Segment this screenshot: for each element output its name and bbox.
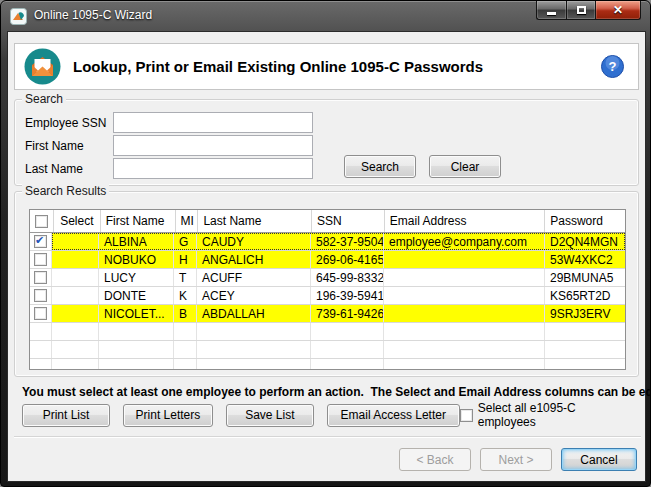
cell-select[interactable] [52, 269, 99, 286]
table-row[interactable]: NOBUKO H ANGALICH 269-06-4165 53W4XKC2 [30, 251, 625, 269]
table-row[interactable]: NICOLET... B ABDALLAH 739-61-9426 9SRJ3E… [30, 305, 625, 323]
results-table: Select First Name MI Last Name SSN Email… [29, 209, 626, 370]
table-row[interactable]: ALBINA G CAUDY 582-37-9504 employee@comp… [30, 233, 625, 251]
search-group: Search Employee SSN First Name Last Name… [14, 99, 639, 186]
employee-ssn-label: Employee SSN [25, 116, 106, 130]
select-all-label: Select all e1095-C employees [478, 401, 637, 429]
cell-email[interactable] [384, 269, 545, 286]
table-row[interactable]: LUCY T ACUFF 645-99-8332 29BMUNA5 [30, 269, 625, 287]
first-name-input[interactable] [113, 135, 313, 156]
cell-last-name: ABDALLAH [197, 305, 311, 322]
cell-email[interactable] [384, 287, 545, 304]
column-header-select[interactable]: Select [54, 210, 101, 232]
cell-select[interactable] [52, 251, 99, 268]
title-bar[interactable]: Online 1095-C Wizard ✕ [1, 1, 650, 31]
dialog-window: Online 1095-C Wizard ✕ Lookup, Print or … [0, 0, 651, 487]
cell-ssn: 739-61-9426 [311, 305, 384, 322]
row-checkbox[interactable] [34, 271, 47, 284]
cell-last-name: CAUDY [197, 233, 311, 250]
search-button[interactable]: Search [344, 155, 416, 178]
cell-mi: H [174, 251, 197, 268]
cell-ssn: 196-39-5941 [311, 287, 384, 304]
cell-first-name: DONTE [99, 287, 174, 304]
email-access-letter-button[interactable]: Email Access Letter [327, 404, 460, 427]
column-header-first-name[interactable]: First Name [101, 210, 176, 232]
app-icon [10, 8, 27, 25]
cell-email[interactable] [384, 305, 545, 322]
print-letters-button[interactable]: Print Letters [123, 404, 213, 427]
table-row[interactable]: DONTE K ACEY 196-39-5941 KS65RT2D [30, 287, 625, 305]
action-button-row: Print List Print Letters Save List Email… [22, 401, 637, 429]
column-header-password[interactable]: Password [545, 210, 625, 232]
back-button[interactable]: < Back [399, 448, 471, 471]
maximize-button[interactable] [566, 1, 595, 20]
help-button[interactable]: ? [601, 55, 624, 78]
column-header-ssn[interactable]: SSN [312, 210, 385, 232]
last-name-label: Last Name [25, 162, 83, 176]
cell-first-name: NICOLET... [99, 305, 174, 322]
clear-button[interactable]: Clear [429, 155, 501, 178]
row-checkbox[interactable] [34, 289, 47, 302]
column-header-mi[interactable]: MI [176, 210, 199, 232]
window-title: Online 1095-C Wizard [34, 8, 152, 22]
cell-select[interactable] [52, 305, 99, 322]
wizard-nav: < Back Next > Cancel [399, 448, 637, 471]
header-banner: Lookup, Print or Email Existing Online 1… [14, 43, 639, 90]
empty-table-row [30, 359, 625, 370]
cell-password: KS65RT2D [545, 287, 625, 304]
dialog-client-area: Lookup, Print or Email Existing Online 1… [7, 31, 646, 482]
cell-mi: T [174, 269, 197, 286]
cell-ssn: 582-37-9504 [311, 233, 384, 250]
print-list-button[interactable]: Print List [22, 404, 110, 427]
cell-mi: B [174, 305, 197, 322]
cell-select[interactable] [52, 233, 99, 250]
instruction-note: You must select at least one employee to… [22, 385, 651, 399]
empty-table-row [30, 341, 625, 359]
cell-first-name: NOBUKO [99, 251, 174, 268]
close-button[interactable]: ✕ [595, 1, 641, 20]
cell-password: 53W4XKC2 [545, 251, 625, 268]
cell-select[interactable] [52, 287, 99, 304]
svg-text:?: ? [609, 59, 617, 74]
cell-email[interactable] [384, 251, 545, 268]
results-table-header: Select First Name MI Last Name SSN Email… [30, 210, 625, 233]
last-name-input[interactable] [113, 158, 313, 179]
row-checkbox[interactable] [34, 307, 47, 320]
next-button[interactable]: Next > [480, 448, 552, 471]
page-title: Lookup, Print or Email Existing Online 1… [73, 58, 601, 75]
first-name-label: First Name [25, 139, 84, 153]
maximize-icon [577, 6, 586, 14]
email-envelope-icon [24, 48, 61, 85]
cell-mi: G [174, 233, 197, 250]
minimize-icon [547, 12, 556, 15]
cell-password: 29BMUNA5 [545, 269, 625, 286]
column-header-email[interactable]: Email Address [385, 210, 545, 232]
row-checkbox[interactable] [34, 253, 47, 266]
minimize-button[interactable] [536, 1, 566, 20]
row-checkbox[interactable] [34, 235, 47, 248]
cell-first-name: ALBINA [99, 233, 174, 250]
close-icon: ✕ [613, 4, 623, 16]
cell-mi: K [174, 287, 197, 304]
cell-ssn: 269-06-4165 [311, 251, 384, 268]
save-list-button[interactable]: Save List [226, 404, 314, 427]
empty-table-row [30, 323, 625, 341]
select-all-checkbox[interactable] [460, 409, 473, 422]
cell-email[interactable]: employee@company.com [384, 233, 545, 250]
cell-last-name: ACUFF [197, 269, 311, 286]
select-all-header-checkbox[interactable] [35, 215, 48, 228]
footer-divider [14, 436, 641, 438]
column-header-last-name[interactable]: Last Name [198, 210, 312, 232]
search-results-group-label: Search Results [22, 184, 109, 198]
search-results-group: Search Results Select First Name MI Last… [14, 191, 639, 377]
cancel-button[interactable]: Cancel [561, 448, 637, 471]
cell-password: 9SRJ3ERV [545, 305, 625, 322]
employee-ssn-input[interactable] [113, 112, 313, 133]
cell-first-name: LUCY [99, 269, 174, 286]
cell-password: D2QN4MGN [545, 233, 625, 250]
search-group-label: Search [22, 92, 66, 106]
cell-last-name: ANGALICH [197, 251, 311, 268]
cell-last-name: ACEY [197, 287, 311, 304]
cell-ssn: 645-99-8332 [311, 269, 384, 286]
